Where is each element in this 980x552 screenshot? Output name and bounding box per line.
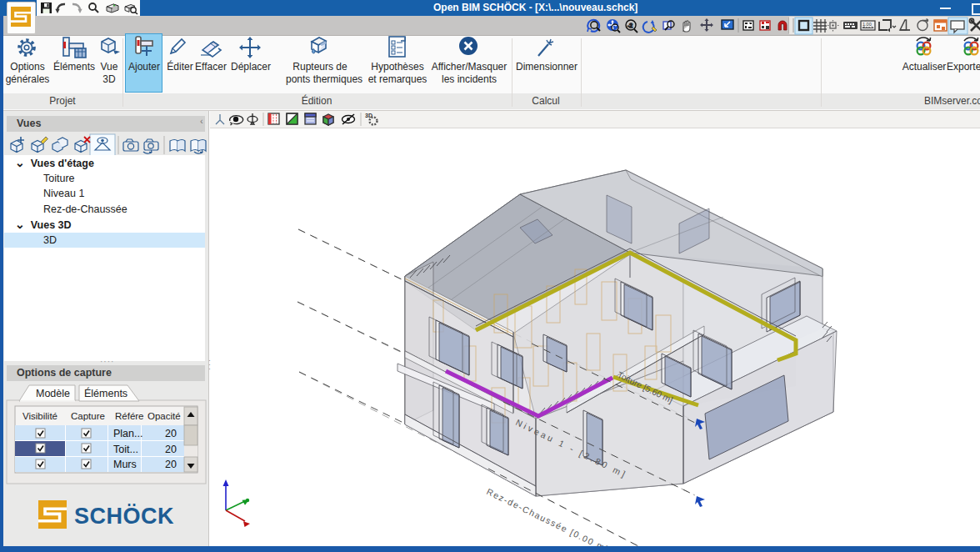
svg-text:Visibilité: Visibilité	[22, 411, 58, 421]
svg-text:20: 20	[165, 428, 177, 439]
svg-text:SCHÖCK: SCHÖCK	[74, 504, 174, 529]
svg-text:Modèle: Modèle	[36, 388, 70, 399]
svg-text:Capture: Capture	[71, 411, 105, 421]
svg-text:Éléments: Éléments	[84, 387, 128, 399]
svg-text:Référe: Référe	[115, 411, 144, 421]
svg-text:-2: -2	[628, 23, 632, 28]
svg-text:1.00: 1.00	[862, 22, 872, 27]
svg-text:Opacité: Opacité	[148, 411, 181, 421]
svg-text:Toit...: Toit...	[113, 444, 138, 455]
svg-text:Murs: Murs	[113, 459, 137, 470]
svg-text:20: 20	[165, 444, 177, 455]
svg-text:20: 20	[165, 459, 177, 470]
svg-text:Plan...: Plan...	[113, 428, 142, 439]
